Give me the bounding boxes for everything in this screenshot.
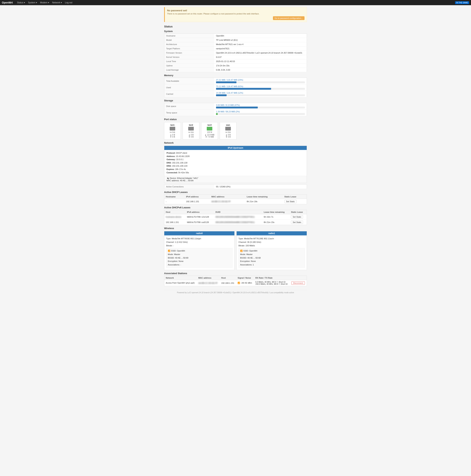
network-card: IPv4 Upstream Protocol: DHCP client Addr… [164, 146, 307, 183]
table-row: Access Point 'OpenWrt' (phy1-ap0) AA:BB:… [164, 280, 307, 286]
table-row: hostname-device fd68:6c75:f788::121/128 … [164, 214, 307, 220]
port-icon [207, 127, 212, 131]
disconnect-button[interactable]: Disconnect [291, 281, 305, 285]
table-row: 192.168.1.151 fd68:6c75:f788::ca3/128 00… [164, 220, 307, 225]
port-icon [170, 127, 175, 131]
table-row: Uptime17d 2h 0m 33s [164, 64, 307, 68]
dhcp4-col-static: Static Lease [283, 195, 307, 199]
radio0-info: Type: MediaTek MT7603E 802.11b/g/n Chann… [164, 235, 234, 270]
storage-table: Disk space 3.84 MiB / 8.13 MiB (47%) Tem… [164, 103, 307, 116]
set-static-button[interactable]: Set Static [284, 200, 297, 203]
active-conn-label: Active Connections [164, 185, 214, 189]
port-box: wan no link ▲ 0 B▼ 0 B [220, 122, 236, 140]
storage-section-title: Storage [164, 99, 307, 102]
table-row: Disk space 3.84 MiB / 8.13 MiB (47%) [164, 103, 307, 110]
nav-modem[interactable]: Modem ▾ [38, 0, 51, 5]
port-box: lan2 no link ▲ 0 B▼ 0 B [183, 122, 199, 140]
dhcp6-section-title: Active DHCPv6 Leases [164, 206, 307, 209]
radio1-header: radio1 [237, 231, 307, 235]
dhcp4-col-mac: MAC address [210, 195, 245, 199]
table-row: Local Time2025-01-13 11:40:53 [164, 59, 307, 64]
memory-table: Total Available 27.21 MiB / 116.47 MiB (… [164, 78, 307, 97]
footer-text: Powered by LuCI openwrt-24.10 branch (24… [177, 291, 294, 294]
footer: Powered by LuCI openwrt-24.10 branch (24… [164, 290, 307, 294]
radio0-ssid-box: 📶 SSID: OpenWrt Mode: Master BSSID: 40:4… [166, 248, 232, 268]
port-icon [225, 127, 231, 131]
system-table: HostnameOpenWrtModelTP-Link MR600 v2 (EU… [164, 34, 307, 72]
dhcp4-col-lease: Lease time remaining [245, 195, 283, 199]
nav-logout[interactable]: Log out [63, 0, 74, 5]
stations-col-mac: MAC address [197, 276, 220, 280]
wireless-section-title: Wireless [164, 227, 307, 230]
dhcp6-col-host: Host [164, 210, 186, 214]
warning-body: There is no password set on this router.… [167, 13, 304, 15]
table-row: HostnameOpenWrt [164, 34, 307, 38]
table-row: Cached 14.08 MiB / 116.47 MiB (12%) [164, 91, 307, 97]
system-section-title: System [164, 30, 307, 33]
warning-title: No password set! [167, 9, 304, 12]
active-conn-table: Active Connections 55 / 15360 (0%) [164, 185, 307, 189]
table-row: Kernel Version6.6.67 [164, 55, 307, 59]
radio0-header: radio0 [164, 231, 234, 235]
table-row: Firmware VersionOpenWrt 24.10.0-rc4 r282… [164, 51, 307, 55]
network-section-title: Network [164, 141, 307, 144]
stations-col-action [290, 276, 307, 280]
navbar: OpenWrt Status ▾ System ▾ Modem ▾ Networ… [0, 0, 471, 5]
network-device: 🔌 Device: Ethernet Adapter "eth1" MAC ad… [164, 176, 307, 183]
radio1-box: radio1 Type: MediaTek MT76138E 802.11ac/… [236, 231, 307, 270]
stations-section-title: Associated Stations [164, 272, 307, 275]
wireless-grid: radio0 Type: MediaTek MT7603E 802.11b/g/… [164, 231, 307, 270]
stations-col-network: Network [164, 276, 197, 280]
table-row: Load Average0.08, 0.04, 0.00 [164, 68, 307, 72]
radio1-info: Type: MediaTek MT76138E 802.11ac/n Chann… [237, 235, 307, 270]
table-row: Temp space 1.39 MiB / 58.23 MiB (2%) [164, 110, 307, 116]
nav-network[interactable]: Network ▾ [51, 0, 63, 5]
warning-box: No password set! There is no password se… [164, 7, 307, 22]
table-row: Used 73.11 MiB / 116.47 MiB (62%) [164, 84, 307, 91]
port-box: lan3 100 M ▲ 13.9 MiB▼ 7.4 MiB [201, 122, 218, 140]
firmware-badge: IN THE SAME [455, 1, 469, 4]
radio0-box: radio0 Type: MediaTek MT7603E 802.11b/g/… [164, 231, 235, 270]
stations-col-rate: RX Rate / TX Rate [254, 276, 290, 280]
nav-system[interactable]: System ▾ [27, 0, 38, 5]
set-static-button-dhcp6-0[interactable]: Set Static [291, 215, 303, 219]
table-row: Target Platformramips/mt7621 [164, 47, 307, 51]
table-row: ArchitectureMediaTek MT7621 ver 1 eco 4 [164, 42, 307, 47]
stations-table: Network MAC address Host Signal / Noise … [164, 276, 307, 286]
stations-col-host: Host [220, 276, 236, 280]
port-status-container: lan1 no link ▲ 0 B▼ 0 B lan2 no link ▲ 0… [164, 122, 307, 140]
brand-logo[interactable]: OpenWrt [2, 1, 13, 4]
dhcp6-col-static: Static Lease [289, 210, 307, 214]
dhcp6-col-lease: Lease time remaining [262, 210, 289, 214]
port-section-title: Port status [164, 118, 307, 121]
dhcp4-col-ipv4: IPv4 address [185, 195, 210, 199]
dhcp4-section-title: Active DHCP Leases [164, 191, 307, 193]
network-info: Protocol: DHCP client Address: 10.43.66.… [164, 150, 307, 176]
stations-col-signal: Signal / Noise [236, 276, 254, 280]
network-ipv4-header: IPv4 Upstream [164, 146, 307, 150]
dhcp4-table: Hostname IPv4 address MAC address Lease … [164, 194, 307, 204]
password-config-button[interactable]: Go to password configuration... [273, 16, 304, 20]
radio1-ssid-box: 📶 SSID: OpenWrt Mode: Master BSSID: 40:4… [239, 248, 305, 268]
table-row: Total Available 27.21 MiB / 116.47 MiB (… [164, 78, 307, 84]
page-title: Status [164, 25, 307, 28]
memory-section-title: Memory [164, 74, 307, 77]
dhcp4-col-hostname: Hostname [164, 195, 185, 199]
nav-status[interactable]: Status ▾ [16, 0, 27, 5]
dhcp6-col-ipv6: IPv6 address [185, 210, 214, 214]
dhcp6-table: Host IPv6 address DUID Lease time remain… [164, 210, 307, 225]
active-conn-value: 55 / 15360 (0%) [214, 185, 307, 189]
set-static-button-dhcp6-1[interactable]: Set Static [291, 221, 303, 224]
table-row: - 192.168.1.151 AA:BB:CC:DD:EE:FF 8h 21m… [164, 199, 307, 204]
port-box: lan1 no link ▲ 0 B▼ 0 B [164, 122, 181, 140]
port-icon [188, 127, 194, 131]
dhcp6-col-duid: DUID [214, 210, 262, 214]
table-row: ModelTP-Link MR600 v2 (EU) [164, 38, 307, 42]
